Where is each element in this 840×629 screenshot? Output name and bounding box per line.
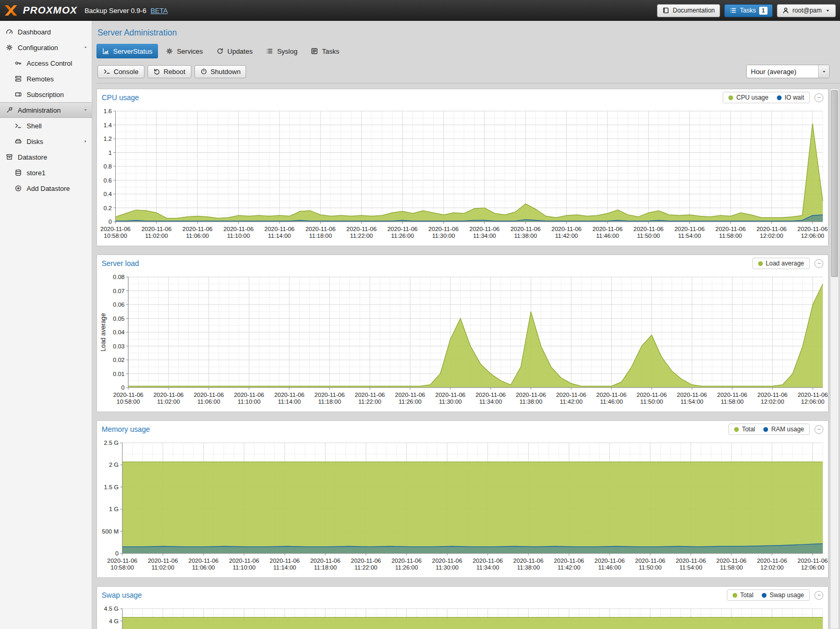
legend-item-ram-usage[interactable]: RAM usage — [763, 426, 804, 433]
panel-body: 00.010.020.030.040.050.060.070.082020-11… — [97, 272, 828, 412]
collapse-panel-button[interactable] — [814, 425, 823, 434]
svg-text:2020-11-06: 2020-11-06 — [634, 226, 664, 232]
svg-text:2020-11-06: 2020-11-06 — [264, 226, 295, 232]
sidebar-item-dashboard[interactable]: Dashboard — [0, 24, 92, 40]
svg-text:11:54:00: 11:54:00 — [678, 233, 701, 239]
sidebar-item-label: Administration — [18, 106, 60, 114]
legend-dot-icon — [777, 95, 782, 100]
legend-item-total[interactable]: Total — [733, 591, 753, 599]
svg-text:2020-11-06: 2020-11-06 — [472, 558, 503, 564]
svg-text:500 M: 500 M — [102, 528, 119, 535]
legend-item-swap-usage[interactable]: Swap usage — [762, 591, 804, 599]
tab-label: Syslog — [277, 47, 297, 55]
circle-plus-icon — [14, 185, 22, 192]
tab-label: Updates — [227, 47, 252, 55]
svg-text:0: 0 — [115, 550, 118, 557]
scrollbar-thumb[interactable] — [831, 90, 838, 277]
svg-text:10:58:00: 10:58:00 — [104, 233, 127, 239]
tab-syslog[interactable]: Syslog — [260, 44, 303, 58]
svg-text:11:38:00: 11:38:00 — [514, 233, 537, 239]
sidebar-item-disks[interactable]: Disks — [0, 134, 92, 149]
svg-text:2.5 G: 2.5 G — [104, 440, 118, 446]
legend-item-load-average[interactable]: Load average — [758, 260, 804, 267]
tab-updates[interactable]: Updates — [211, 44, 258, 58]
svg-text:2020-11-06: 2020-11-06 — [797, 226, 827, 232]
svg-text:2020-11-06: 2020-11-06 — [715, 226, 746, 232]
documentation-label: Documentation — [673, 7, 715, 14]
svg-text:2020-11-06: 2020-11-06 — [516, 392, 546, 398]
shutdown-button[interactable]: Shutdown — [194, 65, 247, 78]
svg-text:4.5 G: 4.5 G — [104, 606, 118, 612]
sidebar-item-add-datastore[interactable]: Add Datastore — [0, 180, 92, 196]
svg-text:2020-11-06: 2020-11-06 — [513, 558, 543, 564]
svg-text:2020-11-06: 2020-11-06 — [798, 392, 828, 398]
svg-text:11:50:00: 11:50:00 — [639, 564, 662, 571]
user-menu-button[interactable]: root@pam — [777, 4, 836, 17]
sidebar-item-remotes[interactable]: Remotes — [0, 71, 92, 87]
caret-down-icon[interactable] — [83, 107, 88, 113]
svg-text:11:50:00: 11:50:00 — [637, 233, 660, 239]
reboot-button[interactable]: Reboot — [148, 65, 191, 78]
svg-text:2020-11-06: 2020-11-06 — [594, 558, 625, 564]
panel-header: CPU usageCPU usageIO wait — [97, 89, 828, 106]
sidebar-item-datastore[interactable]: Datastore — [0, 149, 92, 165]
tasks-button[interactable]: Tasks 1 — [724, 4, 773, 17]
svg-text:4 G: 4 G — [109, 618, 119, 624]
sidebar-item-subscription[interactable]: Subscription — [0, 87, 92, 102]
panel-header: Memory usageTotalRAM usage — [97, 421, 828, 438]
server-icon — [14, 75, 22, 82]
tab-serverstatus[interactable]: ServerStatus — [96, 44, 158, 58]
svg-text:2020-11-06: 2020-11-06 — [314, 392, 345, 398]
sidebar-item-label: Dashboard — [18, 28, 51, 36]
vertical-scrollbar[interactable] — [830, 89, 839, 629]
documentation-button[interactable]: Documentation — [657, 4, 720, 17]
svg-text:2020-11-06: 2020-11-06 — [716, 558, 747, 564]
console-button[interactable]: Console — [98, 65, 144, 78]
svg-text:11:30:00: 11:30:00 — [432, 233, 455, 239]
panel-title: Server load — [102, 259, 139, 268]
collapse-panel-button[interactable] — [814, 591, 823, 600]
svg-text:11:02:00: 11:02:00 — [151, 564, 174, 571]
sidebar-item-access-control[interactable]: Access Control — [0, 55, 92, 71]
legend-item-total[interactable]: Total — [734, 426, 755, 433]
collapse-panel-button[interactable] — [814, 259, 823, 268]
chart-legend: CPU usageIO wait — [723, 92, 810, 103]
legend-item-io-wait[interactable]: IO wait — [777, 94, 804, 101]
sidebar-item-configuration[interactable]: Configuration — [0, 40, 92, 55]
panel-header: Server loadLoad average — [97, 255, 828, 272]
svg-text:2020-11-06: 2020-11-06 — [677, 392, 707, 398]
combo-trigger[interactable] — [818, 65, 829, 78]
svg-text:2020-11-06: 2020-11-06 — [392, 558, 422, 564]
collapse-panel-button[interactable] — [814, 93, 823, 102]
svg-text:0: 0 — [121, 384, 125, 391]
chart-canvas-cpu-usage: 00.20.40.60.811.21.41.62020-11-0610:58:0… — [99, 107, 828, 244]
sidebar-item-administration[interactable]: Administration — [0, 102, 92, 118]
button-label: Reboot — [164, 68, 186, 76]
tab-services[interactable]: Services — [160, 44, 209, 58]
svg-text:12:06:00: 12:06:00 — [801, 233, 824, 239]
sidebar-item-shell[interactable]: Shell — [0, 118, 92, 134]
caret-down-icon[interactable] — [83, 45, 88, 50]
tab-tasks[interactable]: Tasks — [305, 44, 345, 58]
svg-text:10:58:00: 10:58:00 — [111, 564, 134, 571]
svg-text:2020-11-06: 2020-11-06 — [432, 558, 462, 564]
tab-label: Tasks — [322, 47, 339, 55]
main-content: Server Administration ServerStatusServic… — [92, 21, 840, 629]
svg-text:2020-11-06: 2020-11-06 — [270, 558, 300, 564]
legend-item-cpu-usage[interactable]: CPU usage — [728, 94, 768, 101]
caret-right-icon[interactable] — [83, 139, 88, 144]
sidebar-item-store1[interactable]: store1 — [0, 165, 92, 180]
svg-text:2020-11-06: 2020-11-06 — [510, 226, 541, 232]
beta-link[interactable]: BETA — [151, 7, 168, 15]
svg-text:11:14:00: 11:14:00 — [268, 233, 291, 239]
legend-dot-icon — [733, 593, 737, 598]
caret-down-icon — [821, 69, 827, 75]
undo-icon — [153, 68, 161, 75]
svg-text:1.4: 1.4 — [104, 122, 113, 128]
svg-text:12:02:00: 12:02:00 — [761, 398, 784, 405]
terminal-icon — [14, 122, 22, 129]
timeframe-select[interactable]: Hour (average) — [746, 65, 830, 78]
sidebar-item-label: Subscription — [27, 91, 64, 99]
app-layout: DashboardConfigurationAccess ControlRemo… — [0, 21, 840, 629]
tasklist-icon — [311, 47, 318, 55]
